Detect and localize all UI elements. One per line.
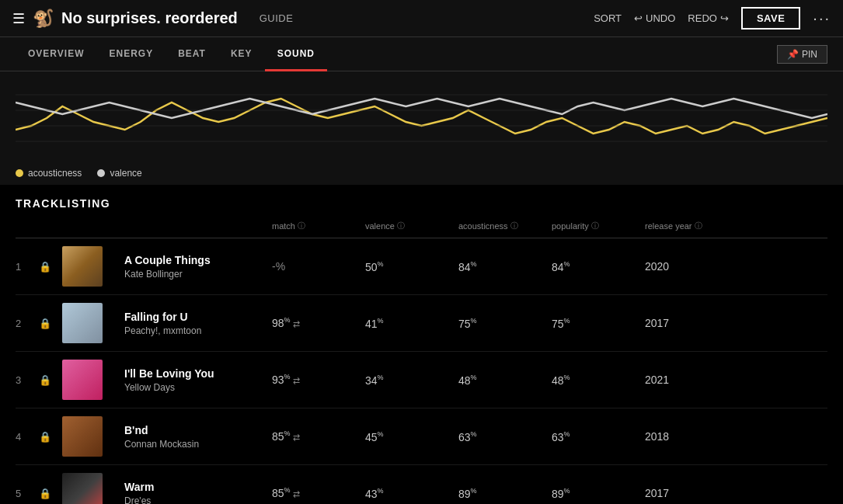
acousticness-dot [16, 169, 23, 177]
sound-chart [0, 71, 843, 165]
track-artist: Yellow Days [124, 382, 272, 393]
track-match-cell: 85%⇄ [272, 429, 365, 443]
track-popularity: 75% [552, 317, 645, 330]
release-year-info-icon: ⓘ [695, 221, 702, 231]
tracklisting-title: TRACKLISTING [16, 197, 827, 210]
track-artist: Kate Bollinger [124, 269, 272, 280]
playlist-title: No surprises. reordered [61, 9, 238, 27]
col-valence: valence ⓘ [365, 221, 458, 231]
track-number: 2 [16, 318, 39, 329]
track-info: A Couple Things Kate Bollinger [117, 254, 272, 280]
hamburger-icon[interactable]: ☰ [12, 10, 25, 27]
col-thumb [62, 221, 117, 231]
undo-label: UNDO [646, 12, 675, 24]
legend-acousticness: acousticness [16, 168, 82, 179]
track-match-cell: 85%⇄ [272, 486, 365, 500]
tab-beat[interactable]: BEAT [165, 37, 218, 71]
table-row[interactable]: 5 🔒 Warm Dre'es 85%⇄ 43% 89% 89% 2017 [16, 465, 827, 504]
track-acousticness: 89% [458, 487, 552, 500]
track-valence: 50% [365, 260, 458, 273]
table-row[interactable]: 3 🔒 I'll Be Loving You Yellow Days 93%⇄ … [16, 352, 827, 408]
thumb-img [62, 360, 103, 400]
nav-right: SORT ↩ UNDO REDO ↪ SAVE ··· [594, 7, 831, 30]
track-release-year: 2017 [645, 317, 738, 329]
valence-info-icon: ⓘ [397, 221, 405, 231]
redo-button[interactable]: REDO ↪ [688, 12, 729, 24]
thumb-img [62, 416, 103, 457]
guide-button[interactable]: GUIDE [260, 12, 294, 24]
track-number: 4 [16, 431, 39, 443]
valence-label: valence [110, 168, 141, 179]
track-artist: Peachy!, mxmtoon [124, 325, 272, 336]
track-valence: 41% [365, 317, 458, 330]
more-options-button[interactable]: ··· [813, 9, 831, 27]
lock-icon[interactable]: 🔒 [39, 261, 62, 273]
pin-button[interactable]: 📌 PIN [777, 45, 827, 64]
table-row[interactable]: 2 🔒 Falling for U Peachy!, mxmtoon 98%⇄ … [16, 295, 827, 352]
track-info: I'll Be Loving You Yellow Days [117, 367, 272, 393]
track-thumbnail [62, 360, 103, 400]
acousticness-label: acousticness [28, 168, 82, 179]
match-header-label: match [272, 221, 295, 231]
tab-energy[interactable]: ENERGY [96, 37, 165, 71]
chart-svg [16, 79, 827, 149]
track-number: 5 [16, 488, 39, 499]
redo-arrow-icon: ↪ [720, 12, 729, 24]
match-arrow-icon: ⇄ [293, 433, 300, 442]
track-popularity: 84% [552, 260, 645, 273]
track-release-year: 2021 [645, 374, 738, 386]
tab-key[interactable]: KEY [218, 37, 265, 71]
table-row[interactable]: 1 🔒 A Couple Things Kate Bollinger -% 50… [16, 238, 827, 295]
lock-icon[interactable]: 🔒 [39, 374, 62, 386]
redo-label: REDO [688, 12, 717, 24]
track-release-year: 2020 [645, 260, 738, 273]
sort-button[interactable]: SORT [594, 12, 622, 24]
thumb-img [62, 303, 103, 343]
tab-sound[interactable]: SOUND [265, 37, 327, 71]
track-valence: 34% [365, 374, 458, 387]
chart-legend: acousticness valence [0, 165, 843, 185]
col-name [117, 221, 272, 231]
save-button[interactable]: SAVE [741, 7, 800, 30]
lock-icon[interactable]: 🔒 [39, 318, 62, 329]
track-valence: 45% [365, 430, 458, 443]
track-name: B'nd [124, 424, 272, 436]
undo-button[interactable]: ↩ UNDO [634, 12, 675, 24]
track-popularity: 48% [552, 374, 645, 387]
popularity-header-label: popularity [552, 221, 589, 231]
table-header: match ⓘ valence ⓘ acousticness ⓘ popular… [16, 221, 827, 238]
track-acousticness: 48% [458, 374, 552, 387]
track-valence: 43% [365, 487, 458, 500]
track-name: Warm [124, 481, 272, 493]
col-popularity: popularity ⓘ [552, 221, 645, 231]
col-acousticness: acousticness ⓘ [458, 221, 552, 231]
track-acousticness: 63% [458, 430, 552, 443]
track-match: 85% [272, 487, 291, 499]
track-info: Warm Dre'es [117, 481, 272, 505]
track-name: A Couple Things [124, 254, 272, 266]
track-match-cell: 93%⇄ [272, 373, 365, 387]
track-acousticness: 75% [458, 317, 552, 330]
track-acousticness: 84% [458, 260, 552, 273]
sort-label: SORT [594, 12, 622, 24]
match-arrow-icon: ⇄ [293, 489, 300, 499]
thumb-img [62, 246, 103, 287]
track-release-year: 2018 [645, 430, 738, 443]
track-match: 93% [272, 374, 291, 386]
tab-overview[interactable]: OVERVIEW [16, 37, 96, 71]
match-arrow-icon: ⇄ [293, 319, 300, 328]
track-name: I'll Be Loving You [124, 367, 272, 380]
tracklisting-section: TRACKLISTING match ⓘ valence ⓘ acousticn… [0, 185, 843, 504]
track-thumbnail [62, 246, 103, 287]
acousticness-info-icon: ⓘ [510, 221, 518, 231]
match-info-icon: ⓘ [298, 221, 305, 231]
tabs-bar: OVERVIEW ENERGY BEAT KEY SOUND 📌 PIN [0, 37, 843, 71]
nav-left: ☰ 🐒 No surprises. reordered GUIDE [12, 9, 594, 29]
track-info: Falling for U Peachy!, mxmtoon [117, 311, 272, 336]
table-row[interactable]: 4 🔒 B'nd Connan Mockasin 85%⇄ 45% 63% 63… [16, 408, 827, 465]
lock-icon[interactable]: 🔒 [39, 488, 62, 499]
lock-icon[interactable]: 🔒 [39, 431, 62, 443]
monkey-icon: 🐒 [33, 9, 54, 29]
popularity-info-icon: ⓘ [591, 221, 599, 231]
track-number: 3 [16, 374, 39, 386]
